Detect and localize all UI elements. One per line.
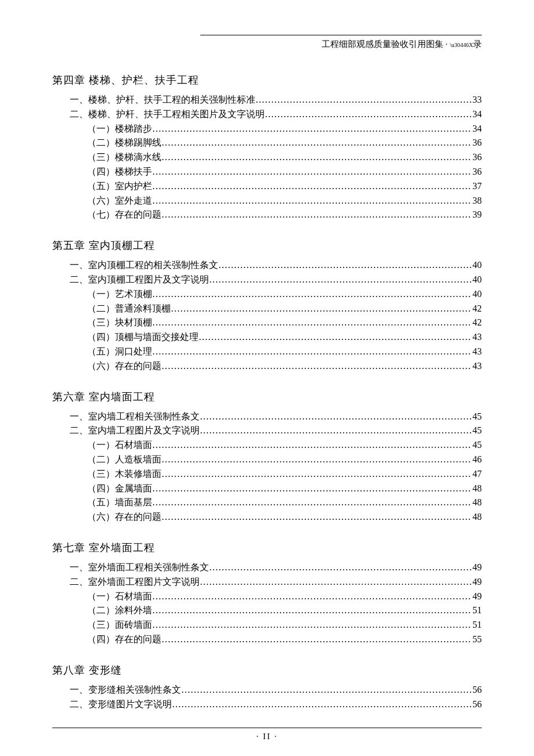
toc-leader bbox=[171, 302, 471, 316]
toc-entry-label: （一）楼梯踏步 bbox=[87, 122, 152, 136]
page: 工程细部观感质量验收引用图集 · \u30446X录 第四章 楼梯、护栏、扶手工… bbox=[0, 0, 534, 756]
toc-entry-label: （七）存在的问题 bbox=[87, 208, 161, 222]
toc-leader bbox=[161, 632, 471, 647]
toc-leader bbox=[161, 510, 471, 525]
toc-entry-page: 42 bbox=[471, 302, 482, 316]
toc-entry-page: 47 bbox=[471, 467, 482, 482]
toc-entry-page: 40 bbox=[471, 258, 482, 273]
toc-leader bbox=[152, 482, 471, 496]
toc-entry-page: 42 bbox=[471, 316, 482, 330]
toc-leader bbox=[152, 194, 471, 208]
toc-entry-page: 37 bbox=[471, 179, 482, 194]
toc-entry-label: （四）楼梯扶手 bbox=[87, 165, 152, 179]
toc-entry-page: 39 bbox=[471, 208, 482, 222]
toc-entry-label: 二、室内墙工程图片及文字说明 bbox=[70, 424, 200, 438]
toc-entry: （四）金属墙面48 bbox=[52, 482, 482, 496]
chapter: 第六章 室内墙面工程一、室内墙工程相关强制性条文45二、室内墙工程图片及文字说明… bbox=[52, 390, 482, 525]
toc-entry: （三）面砖墙面51 bbox=[52, 618, 482, 632]
toc-entry-page: 49 bbox=[471, 589, 482, 604]
toc-entry: （七）存在的问题39 bbox=[52, 208, 482, 222]
toc-leader bbox=[200, 410, 471, 424]
toc-leader bbox=[161, 359, 471, 374]
toc-entry-page: 55 bbox=[471, 632, 482, 647]
toc-entry-label: 二、室内顶棚工程图片及文字说明 bbox=[70, 273, 209, 287]
toc-entry-label: （一）艺术顶棚 bbox=[87, 287, 152, 302]
toc-entry-page: 56 bbox=[471, 683, 482, 697]
toc-entry-page: 43 bbox=[471, 345, 482, 359]
toc-entry-label: 一、室内墙工程相关强制性条文 bbox=[70, 410, 200, 424]
chapter: 第八章 变形缝一、变形缝相关强制性条文56二、变形缝图片文字说明56 bbox=[52, 663, 482, 712]
toc-leader bbox=[200, 575, 471, 589]
toc-entry-label: 一、室内顶棚工程的相关强制性条文 bbox=[70, 258, 218, 273]
toc-leader bbox=[181, 683, 471, 697]
running-head-title: 工程细部观感质量验收引用图集 bbox=[322, 39, 443, 49]
chapter-title: 第四章 楼梯、护栏、扶手工程 bbox=[52, 73, 482, 87]
toc-leader bbox=[200, 424, 471, 438]
toc-entry: （二）人造板墙面46 bbox=[52, 453, 482, 467]
toc-entry-page: 43 bbox=[471, 359, 482, 374]
toc-entry: （三）楼梯滴水线36 bbox=[52, 150, 482, 165]
toc-body: 第四章 楼梯、护栏、扶手工程一、楼梯、护杆、扶手工程的相关强制性标准33二、楼梯… bbox=[52, 73, 482, 711]
toc-entry-label: （四）存在的问题 bbox=[87, 632, 161, 647]
toc-entry-label: （四）金属墙面 bbox=[87, 482, 152, 496]
toc-leader bbox=[152, 287, 471, 302]
toc-entry-page: 49 bbox=[471, 575, 482, 589]
toc-entry: （一）石材墙面45 bbox=[52, 438, 482, 453]
toc-entry-label: （一）石材墙面 bbox=[87, 589, 152, 604]
toc-entry: （四）顶棚与墙面交接处理43 bbox=[52, 330, 482, 345]
toc-entry-page: 48 bbox=[471, 510, 482, 525]
toc-entry: 二、室内顶棚工程图片及文字说明40 bbox=[52, 273, 482, 287]
toc-entry-label: （五）室内护栏 bbox=[87, 179, 152, 194]
chapter-title: 第五章 室内顶棚工程 bbox=[52, 238, 482, 252]
toc-entry: 一、室内顶棚工程的相关强制性条文40 bbox=[52, 258, 482, 273]
toc-entry-label: 一、楼梯、护杆、扶手工程的相关强制性标准 bbox=[70, 93, 255, 107]
toc-entry-page: 36 bbox=[471, 165, 482, 179]
toc-entry: （一）楼梯踏步34 bbox=[52, 122, 482, 136]
toc-entry-page: 33 bbox=[471, 93, 482, 107]
toc-entry: 一、室外墙面工程相关强制性条文49 bbox=[52, 560, 482, 575]
toc-leader bbox=[152, 122, 471, 136]
toc-entry-page: 40 bbox=[471, 273, 482, 287]
toc-entry: （六）存在的问题43 bbox=[52, 359, 482, 374]
toc-leader bbox=[161, 453, 471, 467]
toc-entry-label: （四）顶棚与墙面交接处理 bbox=[87, 330, 199, 345]
toc-leader bbox=[255, 93, 471, 107]
footer-rule bbox=[52, 728, 482, 728]
toc-entry-page: 34 bbox=[471, 107, 482, 122]
toc-leader bbox=[152, 603, 471, 618]
toc-entry-label: 一、变形缝相关强制性条文 bbox=[70, 683, 181, 697]
toc-entry: （二）普通涂料顶棚42 bbox=[52, 302, 482, 316]
toc-leader bbox=[265, 107, 471, 122]
toc-leader bbox=[152, 345, 471, 359]
toc-entry-label: 二、楼梯、护杆、扶手工程相关图片及文字说明 bbox=[70, 107, 265, 122]
toc-entry-page: 34 bbox=[471, 122, 482, 136]
toc-entry: （三）块材顶棚42 bbox=[52, 316, 482, 330]
running-head-tail-code: \u30446X bbox=[450, 42, 473, 48]
toc-entry: 二、变形缝图片文字说明56 bbox=[52, 697, 482, 712]
toc-entry-label: 二、变形缝图片文字说明 bbox=[70, 697, 172, 712]
toc-entry: （一）石材墙面49 bbox=[52, 589, 482, 604]
toc-entry-label: （六）室外走道 bbox=[87, 194, 152, 208]
toc-entry-label: 一、室外墙面工程相关强制性条文 bbox=[70, 560, 209, 575]
toc-entry-page: 45 bbox=[471, 438, 482, 453]
toc-leader bbox=[199, 330, 471, 345]
toc-entry-page: 56 bbox=[471, 697, 482, 712]
chapter: 第五章 室内顶棚工程一、室内顶棚工程的相关强制性条文40二、室内顶棚工程图片及文… bbox=[52, 238, 482, 373]
header-rule bbox=[200, 35, 482, 35]
toc-entry: （五）洞口处理43 bbox=[52, 345, 482, 359]
toc-entry: 一、楼梯、护杆、扶手工程的相关强制性标准33 bbox=[52, 93, 482, 107]
toc-entry-page: 51 bbox=[471, 618, 482, 632]
toc-entry: （四）存在的问题55 bbox=[52, 632, 482, 647]
toc-entry-page: 45 bbox=[471, 410, 482, 424]
toc-entry-page: 46 bbox=[471, 453, 482, 467]
toc-entry: （五）室内护栏37 bbox=[52, 179, 482, 194]
toc-leader bbox=[152, 495, 471, 510]
page-number: · II · bbox=[52, 732, 482, 741]
running-head: 工程细部观感质量验收引用图集 · \u30446X录 bbox=[52, 39, 482, 50]
toc-entry: （六）室外走道38 bbox=[52, 194, 482, 208]
toc-entry: （二）楼梯踢脚线36 bbox=[52, 136, 482, 150]
running-head-tail: 录 bbox=[473, 39, 482, 49]
toc-entry: （三）木装修墙面47 bbox=[52, 467, 482, 482]
toc-leader bbox=[161, 467, 471, 482]
toc-entry-label: （一）石材墙面 bbox=[87, 438, 152, 453]
